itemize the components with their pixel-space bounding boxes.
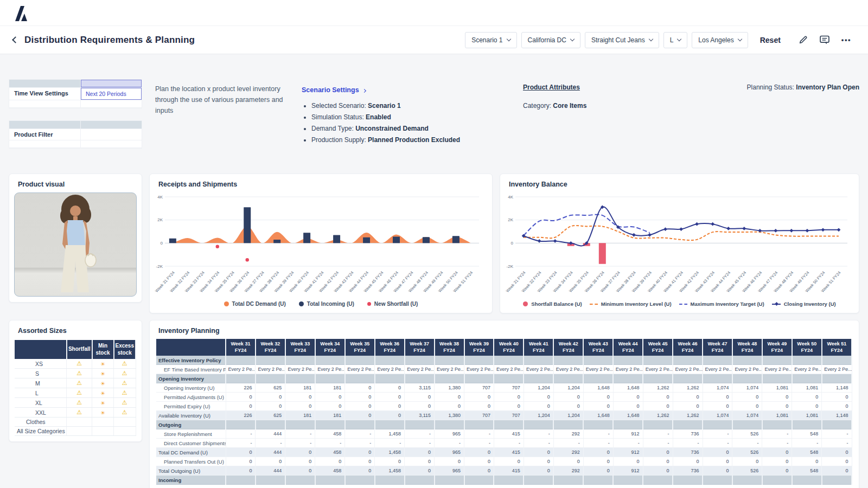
plan-value-cell[interactable]: 526 — [732, 466, 762, 476]
plan-value-cell[interactable]: 965 — [435, 429, 464, 439]
plan-col-header-week-39[interactable]: Week 39FY24 — [464, 339, 494, 356]
plan-value-cell[interactable]: 0 — [315, 393, 345, 402]
empty-cell[interactable] — [114, 427, 136, 436]
plan-value-cell[interactable]: - — [822, 429, 852, 439]
plan-value-cell[interactable]: Every 2 Pe... — [226, 365, 256, 374]
plan-value-cell[interactable]: 1,081 — [792, 383, 822, 393]
min-stock-cell[interactable]: ☀ — [92, 359, 114, 369]
plan-value-cell[interactable]: 548 — [792, 448, 822, 457]
more-options-icon[interactable]: ••• — [838, 34, 855, 46]
plan-value-cell[interactable]: - — [405, 429, 435, 439]
plan-value-cell[interactable]: 0 — [494, 457, 524, 466]
shortfall-warning-cell[interactable]: ⚠ — [114, 398, 136, 408]
plan-value-cell[interactable]: 0 — [703, 393, 732, 402]
plan-value-cell[interactable]: 526 — [732, 448, 762, 457]
product-filter-value-cell[interactable] — [81, 129, 142, 140]
plan-value-cell[interactable]: 0 — [405, 393, 435, 402]
plan-value-cell[interactable]: 0 — [703, 457, 732, 466]
shortfall-warning-cell[interactable]: ⚠ — [114, 369, 136, 378]
plan-value-cell[interactable]: - — [703, 429, 732, 439]
plan-value-cell[interactable]: 0 — [464, 402, 494, 411]
plan-value-cell[interactable]: 1,074 — [732, 411, 762, 420]
selector-los-angeles[interactable]: Los Angeles — [692, 32, 748, 48]
plan-value-cell[interactable]: 0 — [613, 457, 643, 466]
plan-value-cell[interactable]: 458 — [315, 448, 345, 457]
plan-value-cell[interactable]: 736 — [673, 466, 703, 476]
plan-value-cell[interactable]: 0 — [226, 466, 256, 476]
plan-value-cell[interactable]: 0 — [285, 457, 315, 466]
shortfall-warning-cell[interactable]: ⚠ — [67, 359, 92, 369]
plan-value-cell[interactable]: 1,648 — [583, 383, 613, 393]
plan-value-cell[interactable]: Every 2 Pe... — [792, 365, 822, 374]
plan-value-cell[interactable]: 181 — [285, 411, 315, 420]
plan-value-cell[interactable]: 1,262 — [673, 383, 703, 393]
plan-value-cell[interactable]: 0 — [345, 383, 375, 393]
plan-value-cell[interactable]: 0 — [464, 448, 494, 457]
plan-value-cell[interactable]: 0 — [435, 402, 464, 411]
legend-item-total-dc-demand-u[interactable]: Total DC Demand (U) — [224, 301, 286, 307]
plan-value-cell[interactable]: 0 — [792, 457, 822, 466]
plan-value-cell[interactable]: 0 — [762, 393, 792, 402]
plan-value-cell[interactable]: 226 — [226, 383, 256, 393]
plan-col-header-week-33[interactable]: Week 33FY24 — [285, 339, 315, 356]
plan-value-cell[interactable]: 0 — [643, 466, 673, 476]
selector-l[interactable]: L — [663, 32, 688, 48]
plan-value-cell[interactable]: 1,081 — [792, 411, 822, 420]
min-stock-cell[interactable]: ☀ — [92, 378, 114, 388]
plan-value-cell[interactable]: 625 — [256, 383, 285, 393]
plan-value-cell[interactable]: 1,458 — [375, 429, 405, 439]
plan-value-cell[interactable]: 0 — [703, 402, 732, 411]
plan-value-cell[interactable]: 292 — [553, 448, 583, 457]
plan-value-cell[interactable]: 0 — [494, 393, 524, 402]
plan-col-header-week-35[interactable]: Week 35FY24 — [345, 339, 375, 356]
plan-value-cell[interactable]: 0 — [583, 393, 613, 402]
plan-value-cell[interactable]: 0 — [435, 393, 464, 402]
plan-value-cell[interactable]: 965 — [435, 448, 464, 457]
plan-value-cell[interactable]: - — [226, 439, 256, 448]
plan-value-cell[interactable]: - — [256, 439, 285, 448]
plan-col-header-week-42[interactable]: Week 42FY24 — [553, 339, 583, 356]
plan-col-header-week-48[interactable]: Week 48FY24 — [732, 339, 762, 356]
plan-value-cell[interactable]: 0 — [405, 466, 435, 476]
plan-value-cell[interactable]: 0 — [643, 457, 673, 466]
plan-value-cell[interactable]: 0 — [345, 393, 375, 402]
legend-item-total-incoming-u[interactable]: Total Incoming (U) — [299, 301, 354, 307]
plan-value-cell[interactable]: 0 — [226, 402, 256, 411]
plan-value-cell[interactable]: - — [643, 429, 673, 439]
plan-value-cell[interactable]: 292 — [553, 429, 583, 439]
plan-value-cell[interactable]: 0 — [762, 448, 792, 457]
plan-value-cell[interactable]: 912 — [613, 448, 643, 457]
plan-value-cell[interactable]: 0 — [553, 402, 583, 411]
plan-value-cell[interactable]: 0 — [226, 448, 256, 457]
plan-value-cell[interactable]: 1,458 — [375, 466, 405, 476]
empty-cell[interactable] — [92, 418, 114, 427]
plan-value-cell[interactable]: 0 — [345, 402, 375, 411]
plan-value-cell[interactable]: - — [464, 429, 494, 439]
plan-value-cell[interactable]: 526 — [732, 429, 762, 439]
plan-value-cell[interactable]: 0 — [256, 402, 285, 411]
plan-value-cell[interactable]: - — [345, 439, 375, 448]
plan-value-cell[interactable]: 1,204 — [524, 383, 553, 393]
plan-value-cell[interactable]: - — [822, 439, 852, 448]
plan-value-cell[interactable]: Every 2 Pe... — [405, 365, 435, 374]
plan-col-header-week-40[interactable]: Week 40FY24 — [494, 339, 524, 356]
shortfall-warning-cell[interactable]: ⚠ — [114, 378, 136, 388]
plan-value-cell[interactable]: - — [703, 439, 732, 448]
reset-button[interactable]: Reset — [760, 36, 781, 44]
plan-value-cell[interactable]: 0 — [643, 448, 673, 457]
plan-value-cell[interactable]: - — [524, 429, 553, 439]
plan-col-header-week-44[interactable]: Week 44FY24 — [613, 339, 643, 356]
plan-value-cell[interactable]: - — [762, 429, 792, 439]
plan-value-cell[interactable]: 181 — [315, 411, 345, 420]
plan-value-cell[interactable]: 1,074 — [703, 383, 732, 393]
plan-value-cell[interactable]: 0 — [822, 466, 852, 476]
plan-value-cell[interactable]: 0 — [583, 448, 613, 457]
empty-cell[interactable] — [92, 427, 114, 436]
plan-col-header-week-43[interactable]: Week 43FY24 — [583, 339, 613, 356]
plan-col-header-week-36[interactable]: Week 36FY24 — [375, 339, 405, 356]
shortfall-warning-cell[interactable]: ⚠ — [67, 369, 92, 378]
plan-value-cell[interactable]: 707 — [494, 383, 524, 393]
plan-value-cell[interactable]: 0 — [256, 457, 285, 466]
plan-value-cell[interactable]: 0 — [703, 466, 732, 476]
plan-col-header-week-50[interactable]: Week 50FY24 — [792, 339, 822, 356]
